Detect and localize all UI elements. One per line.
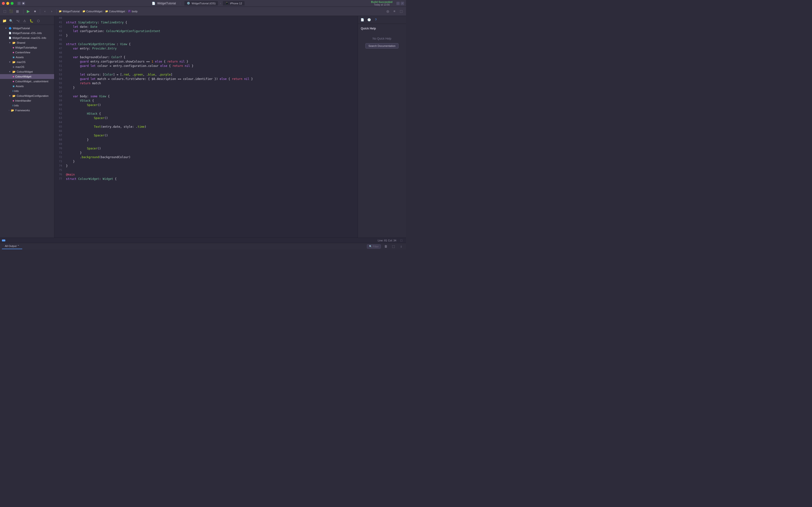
- sidebar-debug-btn[interactable]: 🐛: [29, 18, 34, 24]
- status-bar-left: [2, 239, 5, 241]
- breadcrumb-item-2[interactable]: 📁 ColourWidget: [83, 10, 102, 13]
- sidebar-item-colourwidgetconfig[interactable]: ▼ 📂 ColourWidgetConfiguration: [0, 94, 54, 98]
- sidebar-item-contentview[interactable]: ◆ ContentView: [0, 50, 54, 55]
- title-bar: ⬚ ▦ 📄 WidgetTutorial | ⚙️ WidgetTutorial…: [0, 0, 406, 7]
- code-line-60: 60 Spacer(): [54, 103, 358, 107]
- sidebar-breakpoints-btn[interactable]: ⬡: [35, 18, 41, 24]
- code-line-46: 46 struct ColourWidgetEntryView : View {: [54, 42, 358, 46]
- sidebar-item-colourwidget-folder[interactable]: ▼ 📂 ColourWidget: [0, 69, 54, 74]
- breadcrumb-item-4[interactable]: P body: [128, 10, 138, 13]
- breadcrumb-label-3: ColourWidget: [109, 10, 125, 13]
- file-inspector-btn[interactable]: 📄: [360, 17, 365, 22]
- breadcrumb-sep-1: ›: [81, 10, 82, 12]
- swift-icon-2: ◆: [12, 51, 14, 54]
- sidebar: 📁 🔍 ⌥ ⚠ 🐛 ⬡ ▼ 🔷 WidgetTutorial 📄 WidgetT…: [0, 16, 54, 237]
- debug-tab-all-output[interactable]: All Output ⌃: [2, 243, 22, 249]
- related-files-btn[interactable]: ◎: [385, 8, 391, 14]
- code-line-58: 58 var body: some View {: [54, 94, 358, 99]
- fullscreen-button[interactable]: [11, 2, 13, 5]
- sidebar-label-colourwidget-file: ColourWidget: [15, 75, 32, 78]
- code-line-48: 48: [54, 51, 358, 55]
- build-status: Build Succeeded Today at 13:56: [371, 0, 393, 6]
- code-line-61: 61: [54, 107, 358, 112]
- swift-icon-4: ◆: [12, 80, 14, 82]
- inspector-toggle-btn[interactable]: ▦: [14, 8, 20, 14]
- quick-help-btn[interactable]: ?: [373, 17, 378, 22]
- filter-input-area[interactable]: 🔍 Filter: [367, 244, 381, 249]
- status-bar: Line: 81 Col: 34 ⬚: [0, 237, 406, 243]
- device-tab-icon: 📱: [225, 2, 229, 5]
- code-review-btn[interactable]: ≡: [392, 8, 397, 14]
- folder-icon-frameworks: 📂: [11, 109, 14, 112]
- close-button[interactable]: [2, 2, 5, 5]
- info-icon-2: ℹ: [12, 104, 13, 107]
- app-title: WidgetTutorial: [157, 2, 176, 5]
- device-tab[interactable]: 📱 iPhone 12: [223, 1, 245, 6]
- split-view-btn[interactable]: ⬚: [396, 2, 400, 5]
- breadcrumb-item-3[interactable]: 📁 ColourWidget: [105, 10, 125, 13]
- code-line-71: 71 }: [54, 151, 358, 155]
- sidebar-item-colourwidget-config-intent[interactable]: ◆ ColourWidget...urationIntent: [0, 79, 54, 84]
- sidebar-issues-btn[interactable]: ⚠: [22, 18, 28, 24]
- sidebar-item-info-colour[interactable]: ℹ Info: [0, 89, 54, 94]
- sidebar-item-macos[interactable]: ▼ 📂 macOS: [0, 60, 54, 64]
- code-line-42: 42 let date: Date: [54, 24, 358, 29]
- filter-label: Filter: [373, 245, 379, 248]
- navigator-toggle-btn[interactable]: ⬚: [2, 8, 8, 14]
- clear-btn[interactable]: 🗑: [383, 243, 389, 249]
- sidebar-item-colourwidget-file[interactable]: ◆ ColourWidget: [0, 74, 54, 79]
- code-line-69: 69: [54, 142, 358, 146]
- sidebar-label-contentview: ContentView: [15, 51, 30, 54]
- assets-icon-1: ▣: [12, 56, 15, 58]
- debug-toggle-btn[interactable]: ⬛: [8, 8, 14, 14]
- sidebar-label-colourwidgetconfig: ColourWidgetConfiguration: [17, 95, 49, 97]
- sidebar-item-macos-info[interactable]: 📄 WidgetTutorial--macOS--Info: [0, 36, 54, 40]
- sidebar-item-frameworks[interactable]: › 📂 Frameworks: [0, 108, 54, 113]
- sidebar-label-intenthandler: IntentHandler: [15, 99, 31, 102]
- ios-tab[interactable]: ⚙️ WidgetTutorial (iOS): [185, 1, 218, 6]
- prev-btn[interactable]: ‹: [42, 8, 48, 14]
- code-line-63: 63 Spacer(): [54, 116, 358, 120]
- breadcrumb-sep-3: ›: [126, 10, 126, 12]
- fullscreen-btn[interactable]: ⤢: [401, 2, 404, 5]
- sidebar-toggle-btn[interactable]: ⬚: [17, 2, 21, 5]
- sidebar-item-widgettutorial[interactable]: ▼ 🔷 WidgetTutorial: [0, 26, 54, 31]
- split-debug-btn[interactable]: ⬚: [391, 243, 396, 249]
- disclosure-macos: ▼: [9, 61, 11, 63]
- panel-toggle-btn[interactable]: ▦: [22, 2, 25, 5]
- sidebar-folder-btn[interactable]: 📁: [1, 18, 7, 24]
- code-line-76: 76 @main: [54, 172, 358, 177]
- sidebar-item-assets-colour[interactable]: ▣ Assets: [0, 84, 54, 89]
- breadcrumb-sep-2: ›: [103, 10, 104, 12]
- code-line-66: 66: [54, 129, 358, 133]
- sidebar-item-intenthandler[interactable]: ◆ IntentHandler: [0, 98, 54, 103]
- breadcrumb-item-1[interactable]: 📁 WidgetTutorial: [59, 10, 80, 13]
- sidebar-label-macos: macOS: [17, 61, 26, 63]
- play-btn[interactable]: ▶: [26, 8, 31, 14]
- sidebar-source-btn[interactable]: ⌥: [15, 18, 21, 24]
- stop-btn[interactable]: ■: [32, 8, 38, 14]
- editor-settings-btn[interactable]: ⬚: [398, 237, 404, 243]
- sidebar-item-macos-item[interactable]: ◉ macOS: [0, 64, 54, 69]
- sidebar-item-ios-info[interactable]: 📄 WidgetTutorial--iOS--Info: [0, 31, 54, 36]
- code-line-73: 73 }: [54, 159, 358, 164]
- sidebar-item-shared[interactable]: ▼ 📂 Shared: [0, 40, 54, 45]
- sidebar-item-widgettutorialapp[interactable]: ◆ WidgetTutorialApp: [0, 45, 54, 50]
- code-editor[interactable]: 40 41 struct SimpleEntry: TimelineEntry …: [54, 16, 358, 237]
- sidebar-item-info-config[interactable]: ℹ Info: [0, 103, 54, 108]
- search-documentation-btn[interactable]: Search Documentation: [365, 43, 399, 49]
- debug-bar: All Output ⌃ 🔍 Filter 🗑 ⬚ ↕: [0, 243, 406, 249]
- next-btn[interactable]: ›: [49, 8, 55, 14]
- maximize-debug-btn[interactable]: ↕: [398, 243, 404, 249]
- code-line-57: 57: [54, 90, 358, 94]
- toolbar-right: ◎ ≡ ⬚: [385, 8, 404, 14]
- sidebar-label-info-config: Info: [14, 104, 18, 107]
- sidebar-search-btn[interactable]: 🔍: [8, 18, 14, 24]
- code-line-70: 70 Spacer(): [54, 146, 358, 151]
- breadcrumb-label-4: body: [132, 10, 138, 13]
- sidebar-label-info-colour: Info: [14, 90, 18, 93]
- assistant-btn[interactable]: ⬚: [398, 8, 404, 14]
- history-btn[interactable]: 🕐: [367, 17, 371, 22]
- sidebar-item-assets-shared[interactable]: ▣ Assets: [0, 55, 54, 60]
- minimize-button[interactable]: [6, 2, 9, 5]
